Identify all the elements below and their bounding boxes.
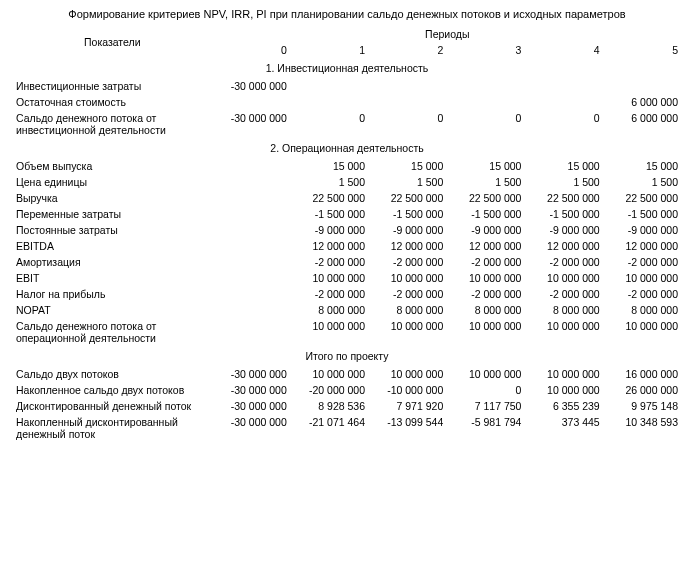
cell-value: 8 000 000 — [291, 302, 369, 318]
table-row: Накопленное сальдо двух потоков-30 000 0… — [12, 382, 682, 398]
cell-value: -9 000 000 — [291, 222, 369, 238]
row-label: Сальдо денежного потока от операционной … — [12, 318, 213, 346]
cell-value — [213, 318, 291, 346]
cell-value: 1 500 — [369, 174, 447, 190]
cell-value — [213, 190, 291, 206]
cell-value: 7 971 920 — [369, 398, 447, 414]
cell-value: -21 071 464 — [291, 414, 369, 442]
header-periods: Периоды — [213, 26, 682, 42]
cell-value: 0 — [369, 110, 447, 138]
cell-value: 8 928 536 — [291, 398, 369, 414]
row-label: Дисконтированный денежный поток — [12, 398, 213, 414]
cell-value — [213, 286, 291, 302]
cell-value — [447, 94, 525, 110]
cell-value: -5 981 794 — [447, 414, 525, 442]
cell-value: 6 355 239 — [525, 398, 603, 414]
cell-value — [369, 78, 447, 94]
cell-value: -2 000 000 — [525, 286, 603, 302]
cell-value: 6 000 000 — [604, 94, 682, 110]
cell-value: 1 500 — [525, 174, 603, 190]
row-label: NOPAT — [12, 302, 213, 318]
table-row: Дисконтированный денежный поток-30 000 0… — [12, 398, 682, 414]
cell-value: 10 000 000 — [525, 382, 603, 398]
cell-value: 1 500 — [604, 174, 682, 190]
cell-value — [291, 94, 369, 110]
cell-value: 8 000 000 — [369, 302, 447, 318]
section2-heading: 2. Операционная деятельность — [12, 138, 682, 158]
row-label: Объем выпуска — [12, 158, 213, 174]
cell-value: 22 500 000 — [369, 190, 447, 206]
cell-value — [291, 78, 369, 94]
cell-value: 0 — [291, 110, 369, 138]
cell-value: -30 000 000 — [213, 382, 291, 398]
table-row: Постоянные затраты-9 000 000-9 000 000-9… — [12, 222, 682, 238]
cell-value: 10 348 593 — [604, 414, 682, 442]
cell-value: 9 975 148 — [604, 398, 682, 414]
cell-value — [213, 158, 291, 174]
col-2: 2 — [369, 42, 447, 58]
row-label: Сальдо денежного потока от инвестиционно… — [12, 110, 213, 138]
cell-value — [213, 238, 291, 254]
cell-value: 1 500 — [447, 174, 525, 190]
cell-value: 10 000 000 — [447, 270, 525, 286]
cell-value: -2 000 000 — [447, 254, 525, 270]
cell-value: 6 000 000 — [604, 110, 682, 138]
cell-value: 10 000 000 — [291, 366, 369, 382]
cell-value — [213, 270, 291, 286]
cell-value: -2 000 000 — [604, 286, 682, 302]
cell-value: 8 000 000 — [447, 302, 525, 318]
cell-value: 8 000 000 — [604, 302, 682, 318]
cell-value: -10 000 000 — [369, 382, 447, 398]
cell-value: 0 — [447, 110, 525, 138]
row-label: Переменные затраты — [12, 206, 213, 222]
cell-value: 15 000 — [291, 158, 369, 174]
header-indicator: Показатели — [12, 26, 213, 58]
cell-value: -30 000 000 — [213, 110, 291, 138]
cell-value: -9 000 000 — [369, 222, 447, 238]
cell-value: -9 000 000 — [447, 222, 525, 238]
cell-value: -2 000 000 — [604, 254, 682, 270]
table-row: Сальдо двух потоков-30 000 00010 000 000… — [12, 366, 682, 382]
cell-value: 12 000 000 — [447, 238, 525, 254]
table-row: Сальдо денежного потока от инвестиционно… — [12, 110, 682, 138]
cell-value: 1 500 — [291, 174, 369, 190]
cell-value: 22 500 000 — [525, 190, 603, 206]
cell-value: -30 000 000 — [213, 78, 291, 94]
table-row: Налог на прибыль-2 000 000-2 000 000-2 0… — [12, 286, 682, 302]
cell-value — [213, 174, 291, 190]
cell-value: -1 500 000 — [447, 206, 525, 222]
table-row: Сальдо денежного потока от операционной … — [12, 318, 682, 346]
table-row: Накопленный дисконтированный денежный по… — [12, 414, 682, 442]
cell-value: 10 000 000 — [525, 318, 603, 346]
cell-value — [525, 94, 603, 110]
row-label: Постоянные затраты — [12, 222, 213, 238]
row-label: Цена единицы — [12, 174, 213, 190]
page-title: Формирование критериев NPV, IRR, PI при … — [12, 8, 682, 20]
cell-value: -30 000 000 — [213, 398, 291, 414]
cell-value — [213, 302, 291, 318]
cell-value: -2 000 000 — [525, 254, 603, 270]
cell-value: 12 000 000 — [369, 238, 447, 254]
cell-value: 12 000 000 — [604, 238, 682, 254]
cell-value: -13 099 544 — [369, 414, 447, 442]
cell-value: 10 000 000 — [525, 270, 603, 286]
cell-value — [213, 94, 291, 110]
cell-value: 22 500 000 — [604, 190, 682, 206]
cell-value: -9 000 000 — [604, 222, 682, 238]
table-row: Цена единицы1 5001 5001 5001 5001 500 — [12, 174, 682, 190]
cell-value: 7 117 750 — [447, 398, 525, 414]
cell-value: 15 000 — [369, 158, 447, 174]
cell-value: 10 000 000 — [447, 366, 525, 382]
cell-value — [213, 254, 291, 270]
row-label: Накопленное сальдо двух потоков — [12, 382, 213, 398]
cell-value: -20 000 000 — [291, 382, 369, 398]
cell-value: -2 000 000 — [447, 286, 525, 302]
table-row: Остаточная стоимость6 000 000 — [12, 94, 682, 110]
cell-value: -1 500 000 — [291, 206, 369, 222]
table-row: EBITDA12 000 00012 000 00012 000 00012 0… — [12, 238, 682, 254]
cell-value: 22 500 000 — [291, 190, 369, 206]
row-label: Накопленный дисконтированный денежный по… — [12, 414, 213, 442]
cell-value: 10 000 000 — [604, 270, 682, 286]
cell-value: 12 000 000 — [291, 238, 369, 254]
cell-value: -2 000 000 — [291, 286, 369, 302]
